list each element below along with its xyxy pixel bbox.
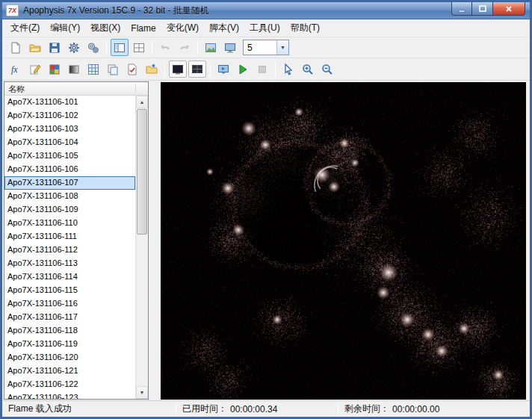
quality-select[interactable]: 5 ▼ (243, 40, 289, 55)
menu-item-help[interactable]: 帮助(T) (285, 19, 325, 37)
list-item[interactable]: Apo7X-131106-109 (4, 203, 135, 217)
remaining-time-panel: 剩余时间： 00:00:00.00 (338, 401, 530, 417)
undo-icon (159, 42, 171, 54)
toggle-grid-view-button[interactable] (130, 39, 148, 56)
chevron-down-icon[interactable]: ▼ (276, 40, 288, 55)
zoom-in-button[interactable] (299, 60, 317, 78)
grid-view-icon (133, 42, 145, 54)
list-item[interactable]: Apo7X-131106-121 (4, 364, 135, 378)
preview-monitor-icon (217, 63, 229, 75)
list-item[interactable]: Apo7X-131106-115 (4, 284, 135, 297)
list-item[interactable]: Apo7X-131106-104 (4, 136, 135, 149)
list-item[interactable]: Apo7X-131106-119 (4, 338, 135, 351)
menubar: 文件(Z)编辑(Y)视图(X)Flame变化(W)脚本(V)工具(U)帮助(T) (2, 19, 530, 37)
list-item[interactable]: Apo7X-131106-116 (4, 297, 135, 311)
elapsed-time-label: 已用时间： (182, 403, 227, 415)
toolbar-separator (106, 40, 107, 55)
render-monitor-icon (172, 63, 184, 75)
list-item[interactable]: Apo7X-131106-120 (4, 351, 135, 364)
monitor-button[interactable] (221, 39, 239, 56)
menu-item-script[interactable]: 脚本(V) (204, 19, 244, 37)
list-item[interactable]: Apo7X-131106-106 (4, 163, 135, 176)
list-item[interactable]: Apo7X-131106-101 (4, 96, 135, 109)
open-button[interactable] (26, 39, 44, 56)
document-check-icon (126, 63, 138, 75)
list-item[interactable]: Apo7X-131106-112 (4, 243, 135, 257)
list-item[interactable]: Apo7X-131106-105 (4, 149, 135, 163)
redo-button[interactable] (176, 39, 194, 56)
stop-icon (256, 63, 268, 75)
adjust-button[interactable] (26, 60, 44, 78)
scroll-down-button[interactable]: ▼ (136, 386, 148, 399)
preview-button[interactable] (214, 60, 232, 78)
toggle-list-view-button[interactable] (111, 39, 129, 56)
mutation-grid-icon (87, 63, 99, 75)
cursor-icon (282, 63, 294, 75)
save-button[interactable] (46, 39, 64, 56)
list-item[interactable]: Apo7X-131106-122 (4, 378, 135, 391)
zoom-out-icon (321, 63, 333, 75)
scrollbar-thumb[interactable] (137, 109, 147, 235)
render-settings-button[interactable] (65, 39, 83, 56)
menu-item-file[interactable]: 文件(Z) (5, 19, 45, 37)
zoom-in-icon (302, 63, 314, 75)
menu-item-view[interactable]: 视图(X) (85, 19, 126, 37)
list-item[interactable]: Apo7X-131106-118 (4, 324, 135, 338)
zoom-out-button[interactable] (318, 60, 336, 78)
export-folder-button[interactable] (143, 60, 161, 78)
gradient-palette-button[interactable] (46, 60, 64, 78)
menu-item-edit[interactable]: 编辑(Y) (45, 19, 85, 37)
export-flame-button[interactable] (123, 60, 141, 78)
fx-icon: fx (10, 63, 22, 75)
image-size-button[interactable] (202, 39, 220, 56)
maximize-icon (478, 4, 487, 13)
close-button[interactable] (492, 2, 525, 16)
app-window: 7X Apophysis 7x Version 15C.9 - 32 bit -… (0, 0, 532, 419)
list-item[interactable]: Apo7X-131106-123 (4, 391, 135, 399)
menu-item-variation[interactable]: 变化(W) (161, 19, 204, 37)
elapsed-time-panel: 已用时间： 00:00:00.34 (176, 401, 338, 417)
stop-render-button[interactable] (253, 60, 271, 78)
pencil-icon (29, 63, 41, 75)
menu-item-tools[interactable]: 工具(U) (244, 19, 285, 37)
list-item[interactable]: Apo7X-131106-108 (4, 190, 135, 203)
app-logo-text: 7X (8, 7, 16, 14)
mutation-button[interactable] (84, 60, 102, 78)
options-button[interactable] (84, 39, 102, 56)
status-message: Flame 载入成功 (2, 401, 176, 417)
new-flame-button[interactable] (7, 39, 25, 56)
editor-button[interactable]: fx (7, 60, 25, 78)
caption-buttons (451, 2, 525, 16)
maximize-button[interactable] (472, 2, 492, 16)
window-title: Apophysis 7x Version 15C.9 - 32 bit - 批量… (23, 4, 209, 17)
start-render-button[interactable] (234, 60, 252, 78)
list-item[interactable]: Apo7X-131106-111 (4, 230, 135, 243)
list-column-header[interactable]: 名称 (4, 82, 148, 96)
toolbar-tools: fx (2, 58, 530, 81)
folder-export-icon (146, 63, 158, 75)
render-button[interactable] (169, 60, 187, 78)
list-scrollbar[interactable]: ▲ ▼ (135, 96, 148, 399)
select-mode-button[interactable] (279, 60, 297, 78)
list-item[interactable]: Apo7X-131106-103 (4, 122, 135, 136)
list-item[interactable]: Apo7X-131106-110 (4, 217, 135, 230)
list-item[interactable]: Apo7X-131106-113 (4, 257, 135, 270)
duplicate-button[interactable] (104, 60, 122, 78)
list-item[interactable]: Apo7X-131106-114 (4, 270, 135, 284)
palette-icon (49, 63, 61, 75)
play-icon (237, 63, 249, 75)
copy-icon (107, 63, 119, 75)
new-document-icon (10, 42, 22, 54)
gradient-button[interactable] (65, 60, 83, 78)
minimize-button[interactable] (451, 2, 472, 16)
menu-item-flame[interactable]: Flame (126, 21, 161, 36)
svg-text:fx: fx (11, 64, 18, 75)
undo-button[interactable] (156, 39, 174, 56)
flame-preview[interactable] (161, 82, 526, 400)
list-item[interactable]: Apo7X-131106-102 (4, 109, 135, 122)
list-item[interactable]: Apo7X-131106-107 (4, 176, 135, 190)
list-item[interactable]: Apo7X-131106-117 (4, 311, 135, 324)
render-all-button[interactable] (188, 60, 206, 78)
titlebar[interactable]: 7X Apophysis 7x Version 15C.9 - 32 bit -… (2, 2, 530, 19)
scroll-up-button[interactable]: ▲ (136, 96, 148, 108)
